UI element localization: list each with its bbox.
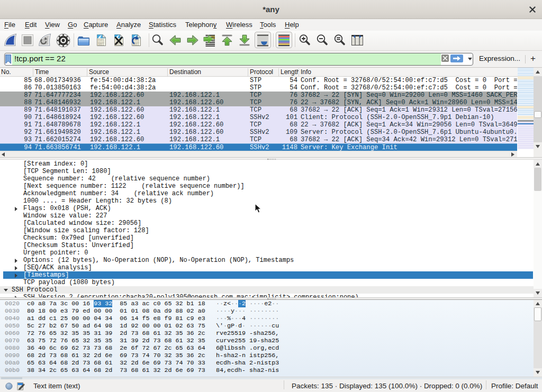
- svg-text:0011: 0011: [98, 43, 104, 46]
